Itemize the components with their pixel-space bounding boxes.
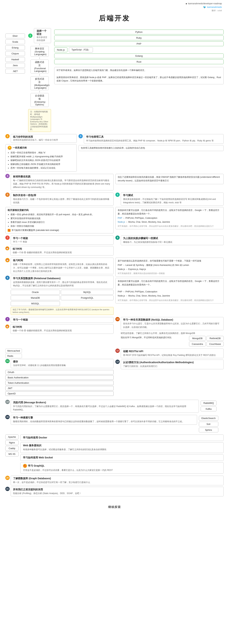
graphdb-circle: 20 — [5, 476, 10, 480]
step6-test-header: 6 学习测试 测试来说有很多种，不过假如先了解一下如何使用你所选择的语言写 单元… — [116, 192, 224, 206]
step6t-circle: 6 — [116, 192, 120, 197]
solr-box[interactable]: Solr — [199, 422, 218, 426]
auth-jwt[interactable]: JWT — [5, 386, 114, 390]
graphql-header: 🔖 学习 GraphQL — [23, 464, 221, 468]
github-text: kamranahmeds/developer-roadmap — [188, 2, 222, 5]
nosql-couchbase[interactable]: Couchbase — [206, 342, 224, 346]
step1-subtitle: 有许多语言供你选择 — [36, 36, 48, 42]
os-1: 搜索一些在 github 的项目，然后给开源项目开一些 pull request… — [10, 213, 111, 217]
framework-learn-header: 7 学习一个框架 — [5, 317, 114, 323]
auth-token[interactable]: Token Authentication — [5, 381, 114, 385]
main-content: Elixir Scala Erlang Clojure Haskell Java… — [0, 26, 229, 502]
nosql-rethinkdb[interactable]: RethinkDB — [206, 336, 224, 341]
inspiration-header: 💡 一些灵感示例 — [8, 146, 74, 150]
lang-ruby[interactable]: Ruby — [54, 36, 224, 40]
inspiration-box: 💡 一些灵感示例 实现一些你正在使用的指令，例如 'ls' 能够匹配并保留 re… — [5, 144, 77, 172]
testing-options-intro: 有很多种方案可以选择，它们各自有不同的使用方法，这取决于你所选择的语言，Goog… — [118, 208, 221, 216]
auth-oauth[interactable]: OAuth — [5, 370, 114, 374]
nosql-content: 首先先学习什么是它，它是什么非关系型数据库有什么区别，以及为什么需要它们，几何不… — [123, 322, 221, 329]
nosql-mongodb[interactable]: MongoDB — [189, 336, 206, 341]
rabbitmq-box[interactable]: RabbitMQ — [201, 401, 216, 406]
section-cache-rest-auth: Memcached Redis 11 缓存 当你学完毕时，试着给第 11 步创建… — [5, 348, 224, 398]
step7-content: 学习 一个 框架 — [13, 240, 111, 243]
lang-clojure[interactable]: Clojure — [5, 51, 25, 56]
elasticsearch-box[interactable]: ElasticSearch — [199, 416, 218, 420]
sphinx-box[interactable]: Sphinx — [199, 428, 218, 432]
apache-box[interactable]: Apache — [5, 434, 18, 439]
lang-dotnet[interactable]: .NET — [5, 69, 25, 74]
github-link[interactable]: ● kamranahmeds/developer-roadmap — [186, 2, 222, 5]
graphql-title: 学习 GraphQL — [28, 464, 44, 468]
db-postgresql[interactable]: PostgreSQL — [61, 296, 114, 300]
db-mssql[interactable]: MSSQL — [11, 301, 60, 306]
coverage-row: 🔖 学习如何计算测试覆盖率 (calculate test coverage) — [8, 229, 111, 232]
restful-circle: 12 — [116, 348, 120, 353]
step8-content: 继续练习，为之前实现的那些实际练习写一单元测试 — [123, 240, 221, 244]
nosql-header: 10 学习一种非关系型数据库 (NoSQL Database) 首先先学习什么是… — [116, 317, 224, 330]
section-search: 15 学习一种搜索引擎 随着应用的增长，在你的数据库里查询简单的查询语句已经能以… — [5, 415, 224, 432]
kafka-box[interactable]: Kafka — [201, 406, 216, 411]
pkg-manager-section: 3 学习包管理工具 学习如何使用你所选择的语言对应的包管理工具。例如 PHP 有… — [78, 134, 224, 172]
lang-python[interactable]: Python — [54, 30, 224, 34]
graphql-icon: 🔖 — [23, 464, 27, 468]
allthings-circle: 21 — [5, 487, 10, 491]
nosql-options-grid: MongoDB RethinkDB Cassandra Couchbase — [189, 336, 224, 346]
lang-php[interactable]: PHP — [54, 41, 224, 46]
cache-memcached-box[interactable]: Memcached — [5, 348, 22, 353]
graphdb-title: 了解图数据库 (Graph Databases) — [13, 477, 221, 480]
framework-learn-left: 7 学习一个框架 ⏰ 练习时间 创建一个你 ⑧ 创建的初级应用，不过这次用你选择… — [5, 317, 114, 346]
step1-circle: 1 — [28, 34, 32, 38]
step4-title: 标准和最佳实践 — [13, 175, 111, 178]
step2-subtitle: 使用你所选择的语言练习，编写一些命令行程序 — [13, 138, 74, 142]
db-items-grid: Oracle MySQL MariaDB PostgreSQL MSSQL — [11, 290, 114, 306]
nosql-cassandra[interactable]: Cassandra — [189, 342, 206, 346]
lang-elixir[interactable]: Elixir — [5, 34, 25, 38]
testing-other: 对于其他的，你不用担心没有可靠，所以这里不会出出给出更多的建议，所以都试试吧，然… — [118, 224, 221, 228]
step5-title: 制作并发布一些包/库 — [13, 194, 111, 197]
auth-circle: 13 — [116, 360, 120, 364]
step7-box: 学习一个框架 学习 一个 框架 — [11, 236, 114, 244]
lang-erlang[interactable]: Erlang — [5, 45, 25, 50]
step5-content: 现在是练习方力，创建一个包并发布它来让其他人使用，用它了量做你在此之前学习到的语… — [13, 198, 111, 204]
practice-sub-title: 练习时间 — [13, 326, 111, 328]
step7-practice-title: 练习时间 — [13, 247, 111, 250]
lang-haskell[interactable]: Haskell — [5, 57, 25, 62]
lang-typescript[interactable]: TypeScript（可选） — [69, 47, 93, 52]
lang-java[interactable]: Java — [5, 63, 25, 68]
practice-sub-content: 创建一个你 ⑧ 创建的初级应用，不过这次用你选择的框架实现 — [13, 329, 111, 332]
insp-3: 能够吧你的文件夹结构以 JSON 的形式打印出的程序 — [10, 158, 74, 162]
db-other-note: 对于其他的，你不用担心没有可靠，所以这里不会出出给出更多的建议，所以都试试吧，然… — [118, 299, 221, 302]
os-2: 重写并实现你所学到的最佳实践 — [10, 217, 111, 220]
pkg-note-box: 包管理工具能帮助你将外部依赖引入你的应用，以及制作你自己的包 — [78, 145, 224, 151]
step8-circle: 8 — [116, 236, 120, 240]
opensource-title: 给开源项目贡献代码 — [8, 208, 111, 212]
twitter-link[interactable]: 🐦 kamranahmeds — [203, 6, 222, 8]
db-mariadb[interactable]: MariaDB — [11, 296, 60, 300]
webserver-knowledge-box: Web 服务器知识 有很多种服务器可以选择，试试看这些服务器，了解它之间存在的区… — [20, 442, 224, 453]
auth-openid[interactable]: OpenID — [5, 391, 114, 396]
msiis-box[interactable]: MS IIS — [5, 452, 18, 456]
caddy-box[interactable]: Caddy — [5, 446, 18, 451]
lang-rust[interactable]: Rust — [54, 59, 224, 64]
step7-practice-row: ⏰ 练习时间 创建一个你 ⑧ 创建的初级应用，不过这次用你选择的框架实现 — [5, 246, 114, 256]
framework-learn-title: 学习一个框架 — [13, 318, 111, 322]
lang-scala[interactable]: Scala — [5, 40, 25, 44]
step6t-box: 学习测试 测试来说有很多种，不过假如先了解一下如何使用你所选择的语言写 单元测试… — [121, 192, 224, 206]
opensource-list: 搜索一些在 github 的项目，然后给开源项目开一些 pull request… — [8, 213, 111, 228]
cache-title: 缓存 — [13, 360, 111, 363]
cache-redis-box[interactable]: Redis — [5, 354, 22, 358]
restful-box: 创建 RESTful API 用 REST 开学习如何编写 RESTful AP… — [121, 348, 224, 358]
db-mysql[interactable]: MySQL — [61, 290, 114, 294]
lang-golang[interactable]: Golang — [54, 54, 224, 58]
webserver-content: 有很多种服务器可以选择，试试看这些服务器，了解它之间存在的区别以及各自的局限性 — [23, 448, 221, 451]
practice-sub-header: ⏰ 练习时间 创建一个你 ⑧ 创建的初级应用，不过这次用你选择的框架实现 — [5, 324, 114, 334]
auth-basic[interactable]: Basic Authentication — [5, 375, 114, 380]
insp-5: 思考一些你每天都在做的事情，试试让它自动化 — [10, 166, 74, 170]
conn3 — [40, 74, 40, 76]
framework-options-box: 基于你的项目以及所选择的语言，你可能需要也可能不需要一个框架，下面是一些可选项 … — [116, 258, 224, 276]
cache-step-boxes: Memcached Redis — [5, 348, 22, 358]
nginx-box[interactable]: Nginx — [5, 440, 18, 445]
lang-nodejs[interactable]: Node.js — [54, 48, 68, 52]
db-oracle[interactable]: Oracle — [11, 290, 60, 294]
tdd-right: 8 为上面的实践步骤编写一些测试 继续练习，为之前实现的那些实际练习写一单元测试 — [116, 236, 224, 256]
